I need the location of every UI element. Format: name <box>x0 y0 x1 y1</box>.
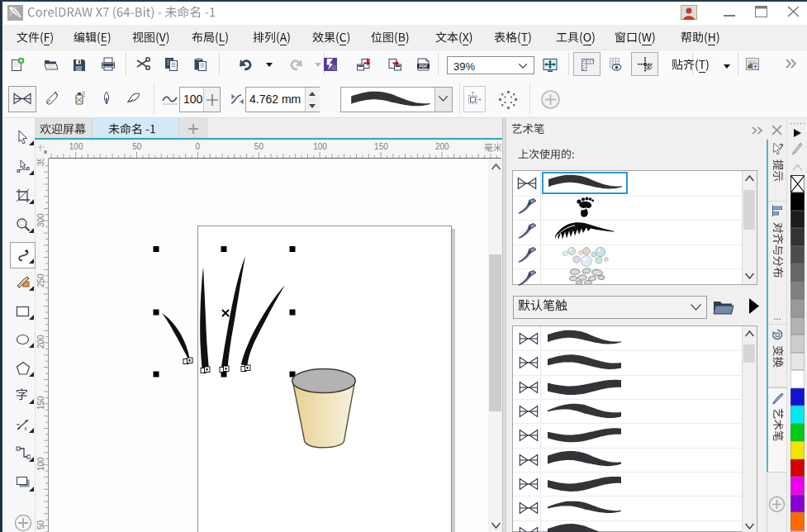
svg-text:?: ? <box>779 142 784 150</box>
